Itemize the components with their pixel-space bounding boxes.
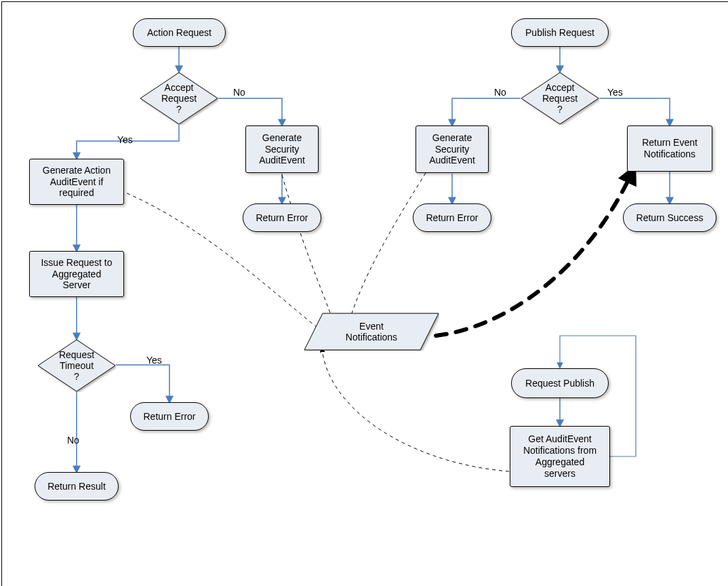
generate-security-audit-process-2: Generate Security AuditEvent	[416, 125, 489, 173]
return-result-label: Return Result	[47, 481, 106, 492]
return-result-terminator: Return Result	[35, 472, 119, 501]
return-error-terminator-a: Return Error	[243, 203, 321, 232]
publish-request-terminator: Publish Request	[511, 18, 609, 47]
return-error-terminator-b: Return Error	[130, 402, 209, 431]
event-notifications-io: Event Notifications	[304, 313, 439, 351]
generate-action-audit-label: Generate Action AuditEvent if required	[43, 165, 110, 199]
return-error-c-label: Return Error	[426, 212, 478, 224]
get-audit-event-label: Get AuditEvent Notifications from Aggreg…	[523, 433, 596, 479]
request-publish-label: Request Publish	[525, 378, 594, 389]
edge-label-timeout-yes: Yes	[146, 355, 162, 366]
publish-request-label: Publish Request	[525, 27, 594, 39]
generate-security-audit-1-label: Generate Security AuditEvent	[259, 132, 305, 166]
edge-label-yes-1: Yes	[117, 134, 133, 145]
flowchart-canvas: Action Request Accept Request ? Generate…	[1, 1, 728, 586]
accept-request-decision-2: Accept Request ?	[521, 72, 599, 125]
return-event-notifications-process: Return Event Notifications	[627, 125, 712, 172]
accept-request-decision-1: Accept Request ?	[140, 72, 218, 125]
generate-security-audit-2-label: Generate Security AuditEvent	[429, 132, 475, 166]
generate-security-audit-process-1: Generate Security AuditEvent	[245, 125, 319, 173]
return-event-notifications-label: Return Event Notifications	[642, 137, 697, 160]
action-request-terminator: Action Request	[133, 18, 226, 47]
accept-request-2-label: Accept Request ?	[542, 82, 578, 115]
edge-label-no-2: No	[67, 435, 79, 446]
return-success-label: Return Success	[636, 212, 704, 224]
issue-request-label: Issue Request to Aggregated Server	[41, 257, 112, 291]
edge-label-no-1: No	[233, 87, 245, 98]
return-error-terminator-c: Return Error	[413, 203, 491, 232]
return-success-terminator: Return Success	[623, 203, 716, 232]
edge-label-no-p: No	[494, 87, 506, 98]
request-timeout-label: Request Timeout ?	[59, 349, 94, 382]
action-request-label: Action Request	[147, 27, 211, 39]
request-timeout-decision: Request Timeout ?	[37, 339, 116, 392]
get-audit-event-process: Get AuditEvent Notifications from Aggreg…	[510, 426, 610, 487]
generate-action-audit-process: Generate Action AuditEvent if required	[29, 159, 124, 205]
issue-request-process: Issue Request to Aggregated Server	[29, 251, 124, 297]
request-publish-terminator: Request Publish	[511, 368, 609, 398]
edge-label-yes-2: Yes	[607, 87, 623, 98]
accept-request-1-label: Accept Request ?	[161, 82, 197, 115]
return-error-b-label: Return Error	[143, 411, 195, 423]
return-error-a-label: Return Error	[256, 212, 308, 224]
event-notifications-label: Event Notifications	[346, 321, 397, 343]
